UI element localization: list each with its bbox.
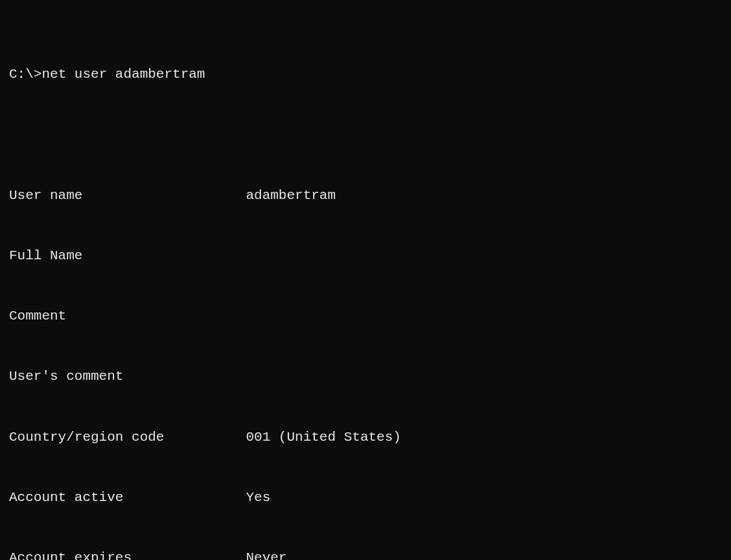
output-row: Full Name xyxy=(9,246,722,266)
row-label: Account active xyxy=(9,487,246,508)
row-label: User's comment xyxy=(9,366,246,386)
row-label: Country/region code xyxy=(9,427,246,447)
command-line: C:\>net user adambertram xyxy=(9,64,722,84)
row-label: Comment xyxy=(9,306,246,326)
row-value: Yes xyxy=(246,487,270,508)
row-label: User name xyxy=(9,185,246,205)
row-label: Full Name xyxy=(9,246,246,266)
prompt: C:\> xyxy=(9,64,41,84)
row-value: adambertram xyxy=(246,185,336,205)
terminal-output[interactable]: C:\>net user adambertram User nameadambe… xyxy=(9,4,722,560)
row-label: Account expires xyxy=(9,548,246,560)
output-row: Account activeYes xyxy=(9,487,722,508)
command-text: net user adambertram xyxy=(41,64,205,84)
output-row: Account expiresNever xyxy=(9,548,722,560)
output-row: Country/region code001 (United States) xyxy=(9,427,722,447)
account-section: User nameadambertram Full Name Comment U… xyxy=(9,145,722,560)
output-row: User's comment xyxy=(9,366,722,386)
row-value: Never xyxy=(246,548,286,560)
row-value: 001 (United States) xyxy=(246,427,400,447)
output-row: Comment xyxy=(9,306,722,326)
output-row: User nameadambertram xyxy=(9,185,722,205)
